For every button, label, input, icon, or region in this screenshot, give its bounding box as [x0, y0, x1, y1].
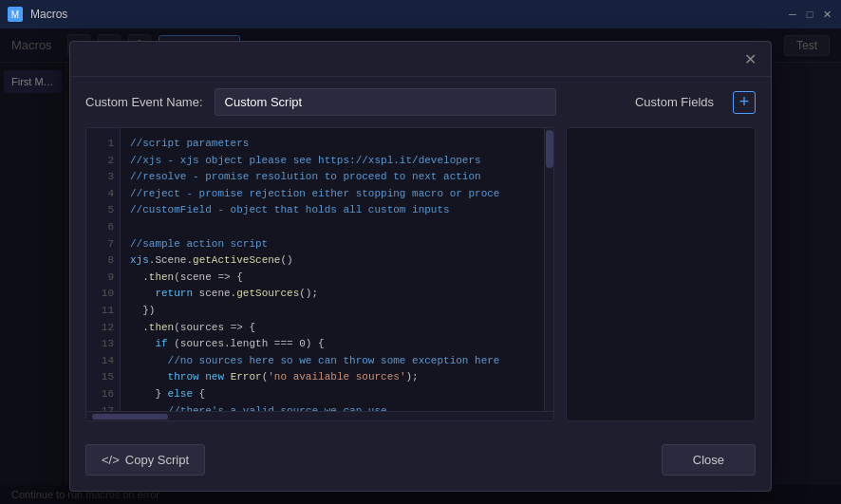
line-num-13: 13	[86, 336, 120, 353]
title-bar-title: Macros	[30, 8, 67, 21]
h-scrollbar-thumb	[92, 414, 168, 420]
code-scroll-area: 1 2 3 4 5 6 7 8 9 10 11	[86, 128, 553, 411]
app-window: M Macros ─ □ ✕ Macros + ⧉ 🗑 First Macro …	[0, 0, 841, 504]
title-bar-left: M Macros	[8, 7, 67, 22]
app-icon: M	[8, 7, 23, 22]
modal-overlay: ✕ Custom Event Name: Custom Fields +	[0, 28, 841, 504]
modal-footer: </> Copy Script Close	[70, 433, 771, 491]
line-num-6: 6	[86, 219, 120, 236]
copy-script-button[interactable]: </> Copy Script	[85, 444, 205, 476]
maximize-button[interactable]: □	[803, 8, 816, 21]
line-num-7: 7	[86, 236, 120, 253]
title-bar: M Macros ─ □ ✕	[0, 0, 841, 28]
copy-script-label: Copy Script	[125, 453, 189, 467]
custom-fields-label: Custom Fields	[635, 95, 714, 109]
horizontal-scrollbar[interactable]	[86, 411, 553, 420]
event-name-input[interactable]	[215, 88, 556, 116]
title-bar-controls: ─ □ ✕	[786, 8, 833, 21]
line-num-2: 2	[86, 153, 120, 170]
line-num-1: 1	[86, 136, 120, 153]
line-num-11: 11	[86, 303, 120, 320]
line-num-17: 17	[86, 403, 120, 412]
line-num-10: 10	[86, 286, 120, 303]
line-num-8: 8	[86, 252, 120, 270]
line-num-3: 3	[86, 169, 120, 186]
modal-close-icon-button[interactable]: ✕	[740, 49, 759, 68]
close-dialog-button[interactable]: Close	[662, 444, 756, 476]
event-name-row: Custom Event Name: Custom Fields +	[85, 88, 756, 116]
line-num-15: 15	[86, 369, 120, 386]
close-window-button[interactable]: ✕	[820, 8, 833, 21]
code-editor[interactable]: 1 2 3 4 5 6 7 8 9 10 11	[85, 127, 554, 421]
vertical-scrollbar[interactable]	[544, 128, 553, 411]
line-numbers: 1 2 3 4 5 6 7 8 9 10 11	[86, 128, 121, 411]
event-name-label: Custom Event Name:	[85, 95, 203, 109]
line-num-9: 9	[86, 270, 120, 287]
modal-body: Custom Event Name: Custom Fields + 1 2 3	[70, 77, 771, 433]
copy-script-icon: </>	[102, 453, 120, 467]
line-num-16: 16	[86, 386, 120, 403]
modal-header: ✕	[70, 42, 771, 77]
line-num-12: 12	[86, 320, 120, 337]
scrollbar-thumb	[546, 130, 553, 168]
line-num-5: 5	[86, 202, 120, 219]
custom-fields-panel	[566, 127, 756, 421]
content-area: 1 2 3 4 5 6 7 8 9 10 11	[85, 127, 756, 421]
line-num-4: 4	[86, 186, 120, 203]
code-text-area[interactable]: //script parameters //xjs - xjs object p…	[121, 128, 544, 411]
line-num-14: 14	[86, 353, 120, 370]
minimize-button[interactable]: ─	[786, 8, 799, 21]
modal-dialog: ✕ Custom Event Name: Custom Fields +	[69, 41, 772, 492]
add-field-button[interactable]: +	[733, 91, 756, 114]
